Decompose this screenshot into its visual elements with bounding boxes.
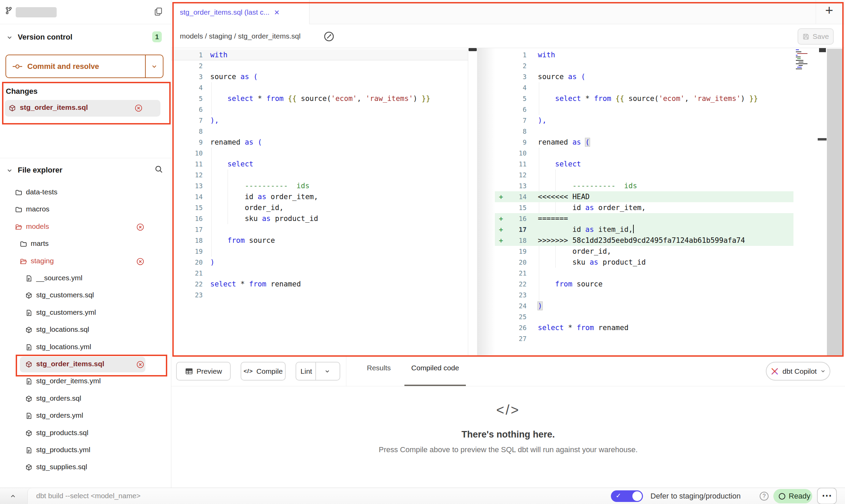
code-line-10[interactable]: 10 bbox=[171, 148, 468, 159]
code-line-22[interactable]: 22 from source bbox=[495, 279, 817, 290]
lint-button[interactable]: Lint bbox=[296, 362, 340, 381]
code-line-10[interactable]: 10 bbox=[495, 148, 817, 159]
tab-results[interactable]: Results bbox=[360, 357, 398, 386]
code-line-18[interactable]: +18>>>>>>> 58c1dd23d5eebd9cd2495fa7124ab… bbox=[495, 235, 793, 246]
tab-close-icon[interactable]: × bbox=[274, 9, 280, 16]
code-line-4[interactable]: 4 bbox=[495, 82, 817, 93]
code-line-9[interactable]: 9renamed as ( bbox=[495, 137, 817, 148]
code-line-1[interactable]: 1with bbox=[171, 49, 468, 60]
code-line-17[interactable]: +17 id as item_id, bbox=[495, 224, 793, 235]
code-line-14[interactable]: 14 id as order_item, bbox=[171, 191, 468, 202]
compile-button[interactable]: </>Compile bbox=[241, 362, 286, 381]
code-line-15[interactable]: 15 id as order_item, bbox=[495, 202, 817, 213]
file-explorer-item-sources-yml[interactable]: __sources.yml bbox=[0, 271, 171, 286]
commit-dropdown-button[interactable] bbox=[145, 55, 163, 77]
code-line-6[interactable]: 6 bbox=[495, 104, 817, 115]
file-explorer-item-staging[interactable]: staging bbox=[0, 254, 171, 269]
code-line-12[interactable]: 12 bbox=[171, 169, 468, 180]
code-line-19[interactable]: 19 order_id, bbox=[495, 246, 817, 257]
help-icon[interactable]: ? bbox=[760, 492, 769, 501]
save-button[interactable]: Save bbox=[798, 28, 834, 45]
command-input-placeholder[interactable]: dbt build --select <model_name> bbox=[36, 488, 141, 504]
code-line-20[interactable]: 20) bbox=[171, 257, 468, 268]
lint-dropdown-button[interactable] bbox=[319, 368, 335, 374]
code-line-17[interactable]: 17 bbox=[171, 224, 468, 235]
file-explorer-item-data-tests[interactable]: data-tests bbox=[0, 185, 171, 201]
dbt-copilot-button[interactable]: dbt Copilot bbox=[766, 362, 830, 381]
code-line-16[interactable]: 16 sku as product_id bbox=[171, 213, 468, 224]
editor-tab-stg-order-items[interactable]: stg_order_items.sql (last c... × bbox=[171, 0, 310, 24]
file-explorer-item-stg-customers-yml[interactable]: stg_customers.yml bbox=[0, 305, 171, 321]
code-line-22[interactable]: 22select * from renamed bbox=[171, 279, 468, 290]
code-line-8[interactable]: 8 bbox=[495, 126, 817, 137]
file-explorer-item-stg-orders-sql[interactable]: stg_orders.sql bbox=[0, 391, 171, 407]
discard-change-icon[interactable] bbox=[137, 258, 144, 265]
code-line-4[interactable]: 4 bbox=[171, 82, 468, 93]
code-line-2[interactable]: 2 bbox=[171, 60, 468, 71]
code-line-11[interactable]: 11 select bbox=[171, 159, 468, 169]
minimap-scrollbar-track[interactable] bbox=[827, 49, 844, 356]
code-line-18[interactable]: 18 from source bbox=[171, 235, 468, 246]
discard-change-icon[interactable] bbox=[135, 104, 142, 112]
code-line-2[interactable]: 2 bbox=[495, 60, 817, 71]
copy-files-icon[interactable] bbox=[154, 6, 163, 17]
minimap[interactable] bbox=[795, 49, 818, 70]
code-line-7[interactable]: 7), bbox=[171, 115, 468, 126]
file-explorer-item-macros[interactable]: macros bbox=[0, 202, 171, 218]
code-line-15[interactable]: 15 order_id, bbox=[171, 202, 468, 213]
code-line-5[interactable]: 5 select * from {{ source('ecom', 'raw_i… bbox=[171, 93, 468, 104]
tab-compiled-code[interactable]: Compiled code bbox=[404, 357, 466, 386]
file-explorer-item-stg-locations-yml[interactable]: stg_locations.yml bbox=[0, 340, 171, 355]
code-line-9[interactable]: 9renamed as ( bbox=[171, 137, 468, 148]
code-line-3[interactable]: 3source as ( bbox=[171, 71, 468, 82]
code-line-13[interactable]: 13 ---------- ids bbox=[495, 180, 817, 191]
code-line-7[interactable]: 7), bbox=[495, 115, 817, 126]
code-line-16[interactable]: +16======= bbox=[495, 213, 793, 224]
file-explorer-item-stg-order-items-sql[interactable]: stg_order_items.sql bbox=[0, 357, 171, 372]
code-line-12[interactable]: 12 bbox=[495, 169, 817, 180]
preview-button[interactable]: Preview bbox=[176, 362, 231, 381]
code-line-13[interactable]: 13 ---------- ids bbox=[171, 180, 468, 191]
code-line-26[interactable]: 26select * from renamed bbox=[495, 322, 817, 333]
left-scrollbar-thumb[interactable] bbox=[469, 48, 477, 51]
code-line-11[interactable]: 11 select bbox=[495, 159, 817, 169]
discard-change-icon[interactable] bbox=[137, 361, 144, 368]
code-line-27[interactable]: 27 bbox=[495, 333, 817, 344]
code-line-5[interactable]: 5 select * from {{ source('ecom', 'raw_i… bbox=[495, 93, 817, 104]
code-line-6[interactable]: 6 bbox=[171, 104, 468, 115]
more-options-button[interactable]: ⋯ bbox=[817, 488, 837, 504]
file-explorer-item-stg-products-yml[interactable]: stg_products.yml bbox=[0, 443, 171, 458]
compass-icon[interactable] bbox=[323, 31, 335, 42]
file-explorer-item-stg-supplies-sql[interactable]: stg_supplies.sql bbox=[0, 460, 171, 475]
file-explorer-item-stg-orders-yml[interactable]: stg_orders.yml bbox=[0, 408, 171, 424]
code-line-23[interactable]: 23 bbox=[495, 290, 817, 300]
chevron-down-icon[interactable] bbox=[6, 34, 13, 41]
code-line-19[interactable]: 19 bbox=[171, 246, 468, 257]
commit-and-resolve-button[interactable]: Commit and resolve bbox=[5, 55, 163, 78]
code-line-23[interactable]: 23 bbox=[171, 290, 468, 300]
code-line-24[interactable]: 24) bbox=[495, 300, 817, 311]
changed-file-stg-order-items-sql[interactable]: stg_order_items.sql bbox=[5, 100, 160, 117]
new-tab-button[interactable]: + bbox=[825, 3, 833, 18]
code-line-1[interactable]: 1with bbox=[495, 49, 817, 60]
pane-divider[interactable] bbox=[468, 48, 468, 357]
file-explorer-item-stg-locations-sql[interactable]: stg_locations.sql bbox=[0, 322, 171, 338]
code-line-3[interactable]: 3source as ( bbox=[495, 71, 817, 82]
right-scrollbar-thumb[interactable] bbox=[819, 48, 826, 52]
code-line-25[interactable]: 25 bbox=[495, 311, 817, 322]
file-explorer-item-stg-order-items-yml[interactable]: stg_order_items.yml bbox=[0, 374, 171, 389]
code-line-20[interactable]: 20 sku as product_id bbox=[495, 257, 817, 268]
code-line-21[interactable]: 21 bbox=[495, 268, 817, 279]
file-explorer-item-models[interactable]: models bbox=[0, 219, 171, 235]
file-explorer-item-stg-customers-sql[interactable]: stg_customers.sql bbox=[0, 288, 171, 303]
chevron-down-icon[interactable] bbox=[6, 167, 13, 174]
code-line-8[interactable]: 8 bbox=[171, 126, 468, 137]
code-line-14[interactable]: +14<<<<<<< HEAD bbox=[495, 191, 793, 202]
file-explorer-item-marts[interactable]: marts bbox=[0, 236, 171, 252]
defer-toggle[interactable]: ✓ bbox=[611, 490, 643, 502]
chevron-up-icon[interactable] bbox=[10, 493, 16, 500]
git-branch-icon[interactable] bbox=[5, 6, 14, 16]
file-explorer-item-stg-products-sql[interactable]: stg_products.sql bbox=[0, 426, 171, 441]
discard-change-icon[interactable] bbox=[137, 223, 144, 231]
code-line-21[interactable]: 21 bbox=[171, 268, 468, 279]
